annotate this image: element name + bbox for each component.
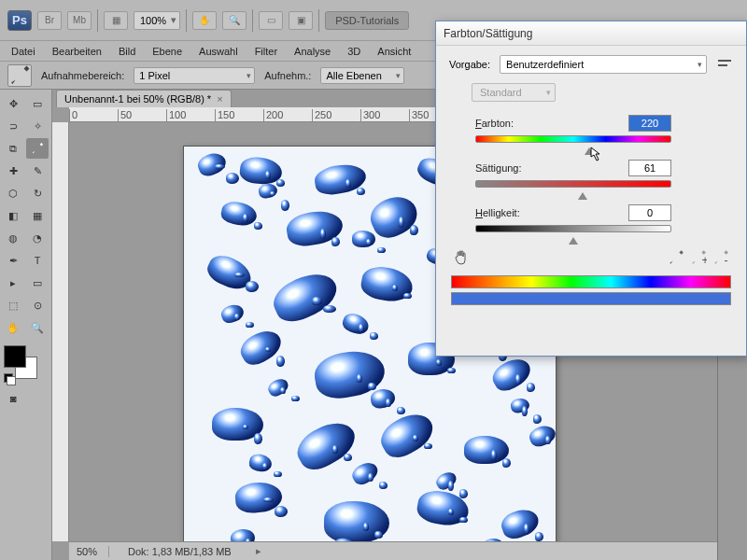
toolbox: ✥ ▭ ⊃ ✧ ⧉ ✚ ✎ ⬡ ↻ ◧ ▦ ◍ ◔ ✒ T ▸ ▭ ⬚ ⊙ ✋ … — [0, 90, 52, 560]
menu-ebene[interactable]: Ebene — [152, 46, 182, 57]
zoom-select[interactable]: 100% — [134, 11, 180, 30]
status-docsize: Dok: 1,83 MB/1,83 MB — [128, 546, 232, 557]
close-tab-icon[interactable]: × — [217, 93, 222, 105]
type-tool[interactable]: T — [26, 250, 49, 271]
scrubby-hand-icon[interactable] — [453, 249, 472, 266]
healing-tool[interactable]: ✚ — [2, 161, 24, 181]
zoom-tool-icon[interactable]: 🔍 — [222, 11, 247, 30]
path-select-tool[interactable]: ▸ — [2, 273, 24, 293]
magic-wand-tool[interactable]: ✧ — [26, 116, 49, 136]
stamp-tool[interactable]: ⬡ — [2, 183, 24, 203]
foreground-color-swatch[interactable] — [4, 345, 26, 368]
document-tab-label: Unbenannt-1 bei 50% (RGB/8) * — [64, 93, 211, 105]
hand-tool[interactable]: ✋ — [2, 317, 24, 338]
gradient-tool[interactable]: ▦ — [26, 205, 49, 226]
eraser-tool[interactable]: ◧ — [2, 205, 24, 226]
sample-size-select[interactable]: 1 Pixel — [134, 67, 255, 84]
saturation-slider[interactable] — [475, 180, 671, 188]
quickmask-tool[interactable]: ◙ — [2, 388, 24, 409]
current-tool-eyedropper-icon[interactable] — [7, 64, 32, 87]
hue-label: Farbton: — [475, 118, 514, 129]
pen-tool[interactable]: ✒ — [2, 250, 24, 271]
sample-size-label: Aufnahmebereich: — [41, 70, 124, 81]
menu-ansicht[interactable]: Ansicht — [377, 46, 411, 57]
lasso-tool[interactable]: ⊃ — [2, 116, 24, 136]
preset-menu-icon[interactable] — [716, 57, 733, 72]
psd-tutorials-button[interactable]: PSD-Tutorials — [325, 11, 409, 30]
blur-tool[interactable]: ◍ — [2, 228, 24, 248]
bridge-button[interactable]: Br — [37, 11, 62, 30]
ps-logo: Ps — [7, 10, 32, 31]
hue-slider-thumb[interactable] — [585, 143, 594, 152]
hue-saturation-dialog: Farbton/Sättigung Vorgabe: Benutzerdefin… — [435, 21, 747, 357]
svg-text:-: - — [724, 254, 727, 266]
dodge-tool[interactable]: ◔ — [26, 228, 49, 248]
eyedropper-set-icon[interactable] — [668, 249, 684, 266]
minibridge-button[interactable]: Mb — [67, 11, 92, 30]
menu-bearbeiten[interactable]: Bearbeiten — [52, 46, 102, 57]
shape-tool[interactable]: ▭ — [26, 273, 49, 293]
color-swatches[interactable] — [4, 345, 49, 383]
lightness-value-field[interactable]: 0 — [628, 204, 671, 221]
lightness-label: Helligkeit: — [475, 207, 520, 218]
menu-bild[interactable]: Bild — [119, 46, 135, 57]
menu-filter[interactable]: Filter — [255, 46, 277, 57]
zoom-tool[interactable]: 🔍 — [26, 317, 49, 338]
channel-select[interactable]: Standard — [472, 83, 556, 102]
saturation-label: Sättigung: — [475, 162, 522, 174]
3d-tool[interactable]: ⬚ — [2, 295, 24, 315]
eyedropper-add-icon[interactable]: + — [690, 249, 707, 266]
eyedropper-tool[interactable] — [26, 138, 49, 159]
saturation-value-field[interactable]: 61 — [628, 160, 671, 176]
screen-mode-icon[interactable]: ▣ — [289, 11, 313, 30]
hue-slider[interactable] — [475, 135, 671, 143]
crop-tool[interactable]: ⧉ — [2, 138, 24, 159]
3d-camera-tool[interactable]: ⊙ — [26, 295, 49, 315]
menu-analyse[interactable]: Analyse — [294, 46, 331, 57]
menu-auswahl[interactable]: Auswahl — [199, 46, 238, 57]
status-arrow-icon[interactable]: ▸ — [256, 545, 261, 557]
arrange-icon[interactable]: ▭ — [259, 11, 283, 30]
dialog-titlebar[interactable]: Farbton/Sättigung — [436, 21, 746, 46]
preset-select[interactable]: Benutzerdefiniert — [500, 55, 707, 74]
document-tab[interactable]: Unbenannt-1 bei 50% (RGB/8) * × — [56, 90, 232, 107]
lightness-slider-thumb[interactable] — [569, 232, 578, 242]
svg-text:+: + — [701, 254, 707, 266]
view-grid-icon[interactable]: ▦ — [104, 11, 128, 30]
hand-tool-icon[interactable]: ✋ — [192, 11, 217, 30]
result-color-bar — [451, 292, 731, 305]
ruler-vertical — [52, 122, 69, 541]
hue-spectrum-bar — [451, 275, 731, 288]
brush-tool[interactable]: ✎ — [26, 161, 49, 181]
marquee-tool[interactable]: ▭ — [26, 93, 49, 114]
sample-layers-select[interactable]: Alle Ebenen — [320, 67, 404, 84]
lightness-slider[interactable] — [475, 225, 671, 232]
status-bar: 50% Dok: 1,83 MB/1,83 MB ▸ — [69, 541, 717, 560]
hue-value-field[interactable]: 220 — [628, 115, 671, 132]
default-colors-icon[interactable] — [4, 373, 17, 383]
eyedropper-subtract-icon[interactable]: - — [712, 249, 729, 266]
history-brush-tool[interactable]: ↻ — [26, 183, 49, 203]
menu-datei[interactable]: Datei — [11, 46, 35, 57]
status-zoom[interactable]: 50% — [77, 546, 109, 557]
saturation-slider-thumb[interactable] — [578, 188, 587, 197]
menu-3d[interactable]: 3D — [347, 46, 360, 57]
sample-label: Aufnehm.: — [264, 70, 311, 81]
move-tool[interactable]: ✥ — [2, 93, 24, 114]
preset-label: Vorgabe: — [449, 59, 490, 70]
